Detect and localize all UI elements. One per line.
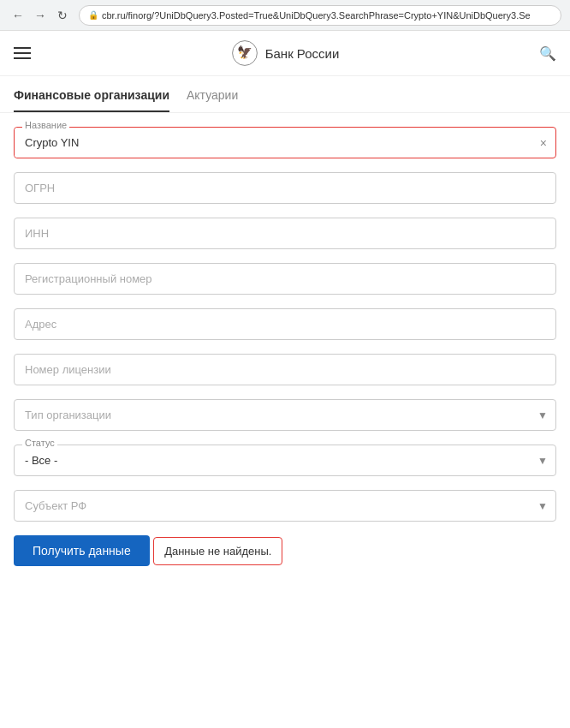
inn-field-group bbox=[14, 218, 556, 249]
status-label: Статус bbox=[22, 438, 57, 448]
license-field-group bbox=[14, 354, 556, 385]
site-header: 🦅 Банк России 🔍 bbox=[0, 31, 570, 76]
address-field-group bbox=[14, 308, 556, 340]
subject-field-group: Субъект РФ ▼ bbox=[14, 490, 556, 522]
ogrn-field-group bbox=[14, 172, 556, 204]
license-input[interactable] bbox=[14, 354, 556, 385]
tab-financial-orgs[interactable]: Финансовые организации bbox=[14, 88, 169, 112]
cbr-logo: 🦅 bbox=[231, 39, 258, 67]
nav-buttons: ← → ↻ bbox=[9, 6, 72, 25]
name-input[interactable] bbox=[15, 128, 535, 158]
name-field-group: Название × bbox=[14, 127, 556, 158]
name-label: Название bbox=[22, 120, 69, 130]
status-field-group: Статус - Все - Действующие Недействующие… bbox=[14, 445, 556, 476]
reload-button[interactable]: ↻ bbox=[53, 6, 72, 25]
clear-name-button[interactable]: × bbox=[540, 136, 547, 150]
submit-button[interactable]: Получить данные bbox=[14, 535, 150, 566]
tabs: Финансовые организации Актуарии bbox=[0, 76, 570, 113]
forward-button[interactable]: → bbox=[31, 6, 50, 25]
org-type-select[interactable]: Тип организации bbox=[14, 399, 556, 431]
browser-bar: ← → ↻ 🔒 cbr.ru/finorg/?UniDbQuery3.Poste… bbox=[0, 0, 570, 31]
address-bar[interactable]: 🔒 cbr.ru/finorg/?UniDbQuery3.Posted=True… bbox=[79, 5, 561, 26]
address-input[interactable] bbox=[14, 308, 556, 340]
reg-number-field-group bbox=[14, 263, 556, 295]
search-form: Название × Тип организации ▼ Статус - Вс… bbox=[0, 113, 570, 594]
reg-number-input[interactable] bbox=[14, 263, 556, 295]
site-name: Банк России bbox=[265, 46, 340, 61]
result-text: Данные не найдены. bbox=[164, 545, 271, 558]
ogrn-input[interactable] bbox=[14, 172, 556, 204]
back-button[interactable]: ← bbox=[9, 6, 27, 25]
site-title: 🦅 Банк России bbox=[231, 39, 340, 67]
lock-icon: 🔒 bbox=[88, 10, 98, 20]
subject-select[interactable]: Субъект РФ bbox=[14, 490, 556, 522]
result-message-box: Данные не найдены. bbox=[153, 537, 282, 565]
tab-actuaries[interactable]: Актуарии bbox=[187, 88, 238, 112]
svg-text:🦅: 🦅 bbox=[237, 45, 252, 60]
org-type-field-group: Тип организации ▼ bbox=[14, 399, 556, 431]
search-icon[interactable]: 🔍 bbox=[539, 45, 556, 62]
hamburger-menu[interactable] bbox=[14, 47, 31, 59]
status-select[interactable]: - Все - Действующие Недействующие bbox=[14, 445, 556, 476]
url-text: cbr.ru/finorg/?UniDbQuery3.Posted=True&U… bbox=[102, 10, 531, 21]
inn-input[interactable] bbox=[14, 218, 556, 249]
